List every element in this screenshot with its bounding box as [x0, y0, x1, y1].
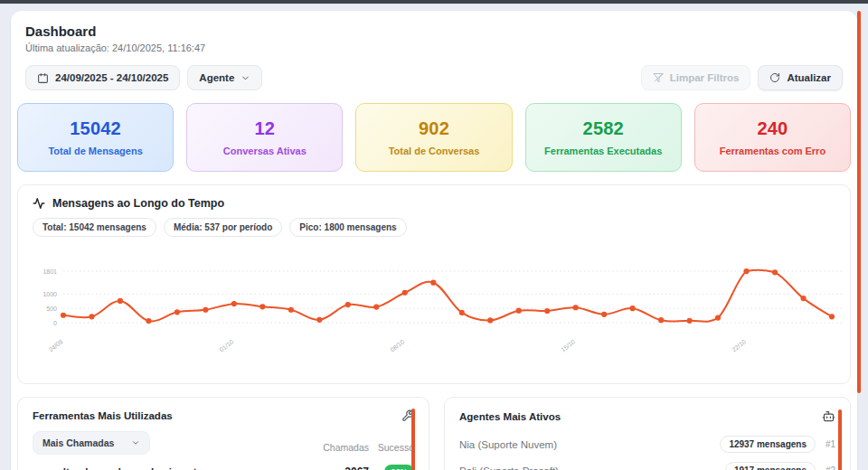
last-updated-text: Última atualização: 24/10/2025, 11:16:47: [25, 42, 843, 53]
agent-filter-label: Agente: [199, 72, 234, 83]
stat-value: 15042: [70, 118, 121, 139]
stat-total-conversations: 902 Total de Conversas: [355, 103, 512, 172]
chart-title: Mensagens ao Longo do Tempo: [52, 197, 224, 210]
success-rate-badge: 96%: [384, 465, 414, 470]
agent-rank: #2: [816, 465, 835, 470]
clear-filters-label: Limpar Filtros: [670, 72, 740, 83]
stat-label: Total de Mensagens: [48, 146, 142, 156]
date-range-value: 24/09/2025 - 24/10/2025: [55, 72, 168, 83]
svg-text:08/10: 08/10: [389, 338, 405, 352]
calendar-icon: [37, 72, 49, 84]
page-title: Dashboard: [25, 24, 843, 39]
robot-icon: [822, 409, 835, 423]
svg-text:500: 500: [46, 306, 57, 312]
chart-badges: Total: 15042 mensagens Média: 537 por pe…: [33, 218, 835, 237]
page-header: Dashboard Última atualização: 24/10/2025…: [25, 24, 843, 53]
chart-badge-average: Média: 537 por período: [164, 218, 282, 237]
tools-sort-value: Mais Chamadas: [42, 437, 114, 448]
agents-panel-title: Agentes Mais Ativos: [459, 411, 561, 422]
stat-tools-error: 240 Ferramentas com Erro: [694, 103, 851, 172]
agent-rank: #1: [816, 439, 835, 449]
agents-panel: Agentes Mais Ativos Nia (Suporte Nuvem) …: [444, 397, 851, 470]
svg-text:01/10: 01/10: [218, 338, 234, 352]
tools-column-headers: Chamadas Sucesso: [313, 442, 414, 455]
refresh-icon: [769, 72, 780, 83]
agent-row[interactable]: Poli (Suporte Prosoft) 1917 mensagens #2: [459, 457, 835, 470]
stat-value: 12: [254, 118, 275, 139]
tools-sort-select[interactable]: Mais Chamadas: [33, 431, 150, 455]
agent-filter-select[interactable]: Agente: [187, 65, 262, 90]
stat-label: Ferramentas com Erro: [720, 146, 826, 156]
svg-text:1000: 1000: [42, 291, 57, 297]
tool-row[interactable]: consultar_base_de_conhecimento_nuvem 206…: [33, 465, 414, 470]
stat-label: Ferramentas Executadas: [544, 146, 662, 156]
svg-text:24/09: 24/09: [47, 338, 63, 352]
date-range-picker[interactable]: 24/09/2025 - 24/10/2025: [25, 65, 180, 90]
stat-value: 902: [419, 118, 449, 139]
chart-badge-peak: Pico: 1800 mensagens: [289, 218, 406, 237]
svg-text:0: 0: [53, 320, 57, 326]
agent-row[interactable]: Nia (Suporte Nuvem) 12937 mensagens #1: [459, 431, 835, 457]
agents-panel-scrollbar-thumb[interactable]: [838, 409, 842, 470]
clear-filters-button[interactable]: Limpar Filtros: [641, 65, 751, 90]
stat-value: 240: [757, 118, 788, 139]
dashboard-container: Dashboard Última atualização: 24/10/2025…: [11, 11, 857, 470]
agent-name: Poli (Suporte Prosoft): [459, 465, 725, 470]
svg-text:15/10: 15/10: [560, 338, 576, 352]
agent-message-count-badge: 12937 mensagens: [720, 436, 816, 453]
tools-panel-title: Ferramentas Mais Utilizadas: [33, 410, 173, 421]
tool-calls-value: 2067: [313, 465, 369, 470]
svg-text:22/10: 22/10: [731, 338, 747, 352]
stat-active-conversations: 12 Conversas Ativas: [186, 103, 343, 172]
agent-message-count-badge: 1917 mensagens: [725, 462, 816, 470]
filter-icon: [653, 72, 664, 83]
bottom-panels: Ferramentas Mais Utilizadas Mais Chamada…: [17, 397, 851, 470]
tool-name: consultar_base_de_conhecimento_nuvem: [33, 466, 313, 470]
stat-total-messages: 15042 Total de Mensagens: [17, 103, 174, 172]
stat-cards-row: 15042 Total de Mensagens 12 Conversas At…: [17, 103, 851, 172]
column-header-success: Sucesso: [369, 442, 414, 453]
chevron-down-icon: [241, 73, 250, 83]
stat-tools-executed: 2582 Ferramentas Executadas: [525, 103, 682, 172]
stat-label: Total de Conversas: [389, 146, 480, 156]
column-header-calls: Chamadas: [313, 442, 369, 453]
refresh-button[interactable]: Atualizar: [758, 65, 843, 90]
window-top-strip: [0, 0, 868, 4]
stat-value: 2582: [583, 118, 624, 139]
messages-chart-card: Mensagens ao Longo do Tempo Total: 15042…: [17, 184, 851, 384]
messages-line-chart[interactable]: 05001000180124/0901/1008/1015/1022/10: [33, 258, 846, 374]
agent-name: Nia (Suporte Nuvem): [459, 439, 720, 450]
activity-icon: [33, 197, 45, 210]
stat-label: Conversas Ativas: [223, 146, 307, 156]
filter-toolbar: 24/09/2025 - 24/10/2025 Agente Limpar Fi…: [25, 65, 843, 90]
tools-panel-scrollbar-thumb[interactable]: [411, 409, 415, 470]
chart-badge-total: Total: 15042 mensagens: [33, 218, 156, 237]
tools-panel: Ferramentas Mais Utilizadas Mais Chamada…: [17, 397, 429, 470]
refresh-label: Atualizar: [787, 72, 831, 83]
chevron-down-icon: [131, 438, 140, 447]
main-scrollbar-thumb[interactable]: [857, 11, 861, 393]
svg-text:1801: 1801: [42, 268, 57, 275]
